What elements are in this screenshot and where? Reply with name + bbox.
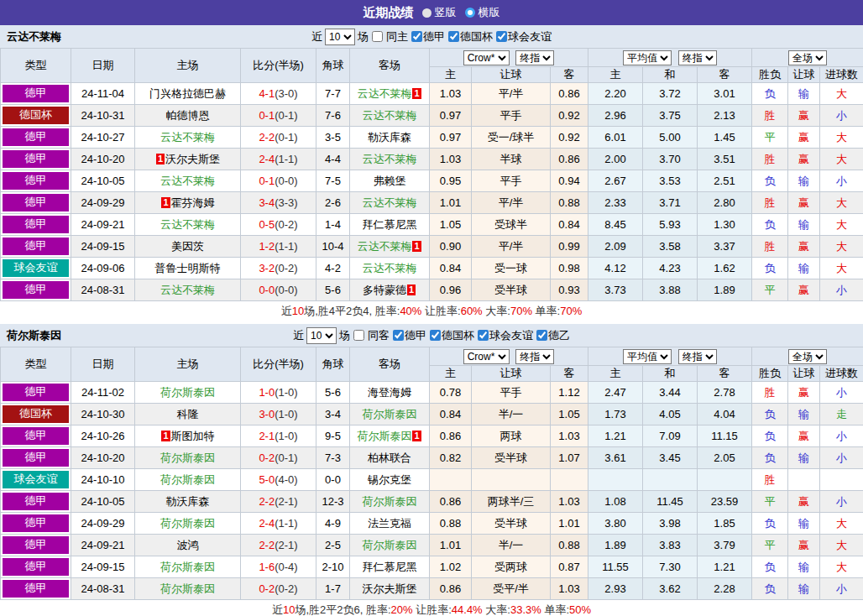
match-row: 德甲24-09-15荷尔斯泰因1-6(0-4)2-10拜仁慕尼黑1.02受两球0… [1,556,863,578]
match-date: 24-09-21 [71,535,135,556]
avg-draw: 7.30 [643,556,698,578]
league-badge: 德甲 [3,493,69,510]
away-team: 荷尔斯泰因1 [350,425,430,447]
bookmaker-select[interactable]: Crow* [463,349,510,364]
summary-segment: 大率: [483,305,510,317]
result-goals: 大 [820,556,863,578]
col-home: 主场 [135,347,241,382]
league-badge: 德甲 [3,194,69,211]
team1-summary: 近10场,胜4平2负4, 胜率:40% 让胜率:60% 大率:70% 单率:70… [0,301,863,321]
horizontal-layout-radio[interactable]: 横版 [465,5,500,20]
summary-segment: 60% [461,305,483,317]
league-badge: 德甲 [3,172,69,190]
away-team: 多特蒙德1 [350,279,430,301]
home-team: 门兴格拉德巴赫 [135,83,241,105]
fulltime-score: 3-2 [259,262,275,274]
corner-count: 10-4 [316,236,350,258]
league-checkbox[interactable] [496,31,507,42]
games-label: 场 [339,328,350,343]
odds-handicap: 平/半 [472,192,551,214]
match-date: 24-10-05 [71,170,135,192]
same-away-checkbox[interactable] [353,330,364,341]
red-card-badge: 1 [412,241,421,252]
league-checkbox[interactable] [430,330,441,341]
topbar: 近期战绩 竖版 横版 [0,0,863,25]
league-filter: 德乙 [536,328,570,343]
league-badge: 德甲 [3,558,69,576]
sub-odds-home: 主 [430,67,472,83]
avg-away: 1.30 [698,214,752,236]
bookmaker-select[interactable]: Crow* [463,50,510,65]
odds-handicap: 受一/球半 [472,127,551,149]
match-row: 德甲24-11-04门兴格拉德巴赫4-1(3-0)7-7云达不莱梅11.03平/… [1,83,863,105]
odds-away: 0.94 [551,170,588,192]
match-score: 0-0(0-0) [241,279,316,301]
league-label: 球会友谊 [508,29,552,44]
result-winloss: 胜 [752,469,788,491]
league-checkbox[interactable] [478,330,489,341]
final-index-select-2[interactable]: 终指 [678,349,717,364]
final-index-select[interactable]: 终指 [515,50,554,65]
avg-draw: 3.62 [643,578,698,600]
away-team-label: 沃尔夫斯堡 [363,582,417,595]
avg-away: 4.04 [698,404,752,425]
match-type: 德甲 [1,535,71,556]
fulltime-score: 4-1 [259,87,275,100]
match-type: 球会友谊 [1,469,71,491]
away-team-label: 勒沃库森 [368,131,411,144]
match-row: 德甲24-10-27云达不莱梅2-2(0-1)3-5勒沃库森0.97受一/球半0… [1,127,863,149]
home-team-label: 普鲁士明斯特 [155,262,221,274]
home-team: 美因茨 [135,236,241,258]
full-match-select[interactable]: 全场 [788,349,827,364]
match-score: 0-1(0-1) [241,105,316,127]
away-team: 云达不莱梅 [350,192,430,214]
average-select[interactable]: 平均值 [623,349,672,364]
fulltime-score: 0-0 [259,284,275,296]
match-row: 德国杯24-10-30科隆3-0(1-0)3-4荷尔斯泰因0.84半/一1.05… [1,404,863,425]
odds-handicap: 半球 [472,149,551,170]
odds-handicap: 半/一 [472,535,551,556]
final-index-select[interactable]: 终指 [515,349,554,364]
vertical-layout-radio[interactable]: 竖版 [422,5,457,20]
match-score: 2-1(1-0) [241,425,316,447]
avg-away: 1.21 [698,556,752,578]
league-checkbox[interactable] [448,31,459,42]
match-row: 德甲24-10-05勒沃库森2-2(2-1)12-3荷尔斯泰因0.86两球半/三… [1,491,863,513]
result-handicap: 输 [788,447,820,469]
games-count-select[interactable]: 10 [306,327,337,344]
result-winloss: 胜 [752,382,788,404]
result-winloss: 负 [752,513,788,535]
away-team-label: 拜仁慕尼黑 [363,561,417,573]
match-date: 24-09-06 [71,258,135,279]
average-select[interactable]: 平均值 [623,50,672,65]
match-type: 德甲 [1,279,71,301]
avg-draw: 7.09 [643,425,698,447]
match-type: 德甲 [1,236,71,258]
odds-home: 0.78 [430,382,472,404]
radio-unselected-icon[interactable] [422,8,432,18]
result-winloss: 平 [752,535,788,556]
full-match-select[interactable]: 全场 [788,50,827,65]
league-badge: 德甲 [3,281,69,299]
corner-count: 2-6 [316,192,350,214]
avg-away: 3.51 [698,149,752,170]
away-team: 荷尔斯泰因 [350,535,430,556]
result-goals: 小 [820,447,863,469]
result-winloss: 胜 [752,236,788,258]
home-team-label: 门兴格拉德巴赫 [149,87,226,100]
games-count-select[interactable]: 10 [325,29,355,45]
corner-count: 4-2 [316,258,350,279]
result-group: 全场 [752,347,863,366]
away-team: 勒沃库森 [350,127,430,149]
team2-filters: 近 10 场 同客 德甲德国杯球会友谊德乙 [293,327,570,344]
away-team-label: 云达不莱梅 [357,240,411,253]
corner-count: 7-3 [316,447,350,469]
final-index-select-2[interactable]: 终指 [678,50,717,65]
league-checkbox[interactable] [536,330,547,341]
league-checkbox[interactable] [411,31,422,42]
radio-selected-icon[interactable] [465,8,475,18]
league-checkbox[interactable] [393,330,404,341]
league-filter: 德甲 [392,328,426,343]
red-card-badge: 1 [412,88,421,99]
same-home-checkbox[interactable] [372,31,383,42]
